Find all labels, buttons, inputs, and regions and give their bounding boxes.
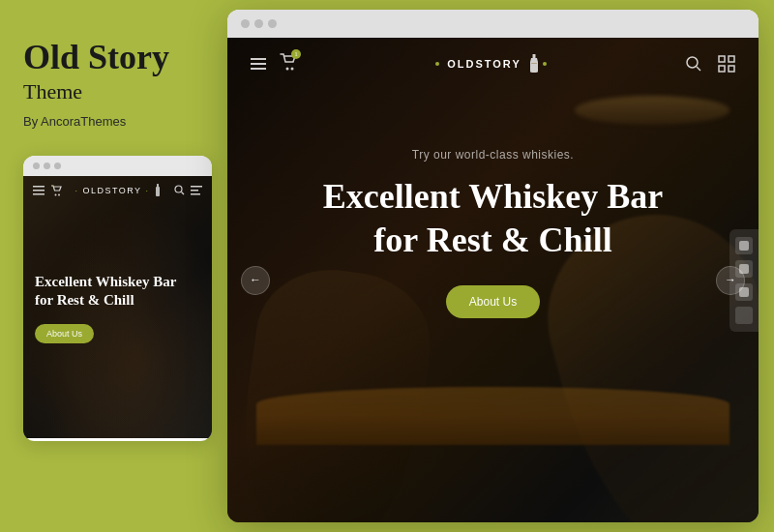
side-dot-inner-2: [739, 264, 749, 274]
mobile-search-icon[interactable]: [173, 185, 185, 196]
svg-rect-22: [729, 66, 734, 72]
mobile-navbar: · OLDSTORY ·: [23, 176, 212, 205]
desktop-content-area: 1 OLDSTORY: [227, 38, 759, 522]
svg-point-13: [286, 68, 289, 71]
logo-dot-left: [435, 62, 439, 66]
hamburger-icon[interactable]: [251, 58, 266, 70]
svg-rect-12: [191, 193, 200, 195]
mobile-cta-button[interactable]: About Us: [35, 324, 94, 343]
theme-title: Old Story: [23, 39, 204, 77]
svg-rect-16: [531, 63, 537, 64]
theme-author: By AncoraThemes: [23, 114, 204, 129]
desktop-hero-title: Excellent Whiskey Bar for Rest & Chill: [266, 175, 720, 262]
dot-red-large: [241, 19, 250, 28]
svg-line-18: [697, 67, 700, 71]
dot-yellow-large: [254, 19, 263, 28]
desktop-preview: 1 OLDSTORY: [227, 10, 759, 522]
mobile-preview: · OLDSTORY ·: [23, 156, 212, 441]
mobile-hamburger-icon[interactable]: [33, 185, 45, 196]
desktop-nav-right: [685, 55, 735, 73]
dot-green-large: [268, 19, 277, 28]
logo-dot-right: [543, 62, 547, 66]
search-icon[interactable]: [685, 55, 702, 73]
side-dot-inner-1: [739, 241, 749, 251]
desktop-cta-button[interactable]: About Us: [446, 285, 540, 318]
mobile-cart-icon[interactable]: [50, 185, 62, 196]
desktop-hero-subtitle: Try our world-class whiskies.: [266, 148, 720, 162]
side-dot-1[interactable]: [735, 237, 753, 254]
cart-badge: 1: [291, 49, 301, 59]
bottle-icon: [529, 54, 539, 74]
svg-rect-2: [33, 193, 45, 195]
mobile-hero-section: Excellent Whiskey Bar for Rest & Chill A…: [23, 205, 212, 355]
svg-rect-6: [157, 184, 159, 187]
svg-point-5: [52, 185, 53, 186]
svg-rect-21: [719, 66, 725, 72]
side-dot-3[interactable]: [735, 283, 753, 301]
svg-point-17: [687, 57, 698, 68]
desktop-navbar: 1 OLDSTORY: [227, 38, 759, 90]
svg-rect-20: [729, 56, 734, 62]
hamburger-line-1: [251, 58, 266, 60]
dot-green: [54, 163, 61, 169]
desktop-nav-left: 1: [251, 53, 297, 74]
dot-yellow: [44, 163, 50, 169]
mobile-nav-left-icons: [33, 185, 62, 196]
dot-red: [33, 163, 40, 169]
svg-rect-11: [191, 190, 198, 192]
mobile-menu-icon[interactable]: [191, 185, 202, 196]
svg-rect-19: [719, 56, 725, 62]
mobile-content-area: · OLDSTORY ·: [23, 176, 212, 438]
svg-point-14: [291, 68, 294, 71]
svg-point-3: [55, 193, 57, 195]
side-dot-2[interactable]: [735, 260, 753, 278]
theme-subtitle: Theme: [23, 79, 204, 104]
side-dot-inner-3: [739, 287, 749, 297]
desktop-logo: OLDSTORY: [435, 54, 547, 74]
svg-rect-15: [532, 54, 535, 58]
mobile-browser-bar: [23, 156, 212, 176]
svg-point-4: [58, 193, 60, 195]
mobile-hero-title: Excellent Whiskey Bar for Rest & Chill: [35, 273, 200, 310]
hamburger-line-2: [251, 63, 266, 65]
slider-prev-button[interactable]: ←: [241, 266, 270, 295]
left-panel: Old Story Theme By AncoraThemes: [0, 0, 227, 532]
svg-rect-1: [33, 190, 45, 192]
side-dot-4[interactable]: [735, 307, 753, 324]
svg-point-8: [175, 186, 182, 192]
hero-title-line1: Excellent Whiskey Bar: [323, 177, 663, 216]
hero-title-line2: for Rest & Chill: [373, 221, 611, 259]
side-dots-panel: [729, 229, 759, 332]
svg-rect-10: [191, 186, 202, 188]
desktop-browser-bar: [227, 10, 759, 38]
svg-line-9: [181, 192, 184, 195]
desktop-hero-section: Try our world-class whiskies. Excellent …: [227, 90, 759, 357]
cart-icon-container[interactable]: 1: [280, 53, 297, 74]
svg-rect-0: [33, 186, 45, 188]
svg-rect-7: [156, 187, 160, 196]
mobile-logo: · OLDSTORY ·: [74, 184, 160, 197]
logo-text: OLDSTORY: [447, 58, 521, 70]
grid-icon[interactable]: [718, 55, 735, 73]
hamburger-line-3: [251, 68, 266, 70]
liquid-surface: [256, 387, 729, 445]
mobile-nav-right-icons: [173, 185, 202, 196]
